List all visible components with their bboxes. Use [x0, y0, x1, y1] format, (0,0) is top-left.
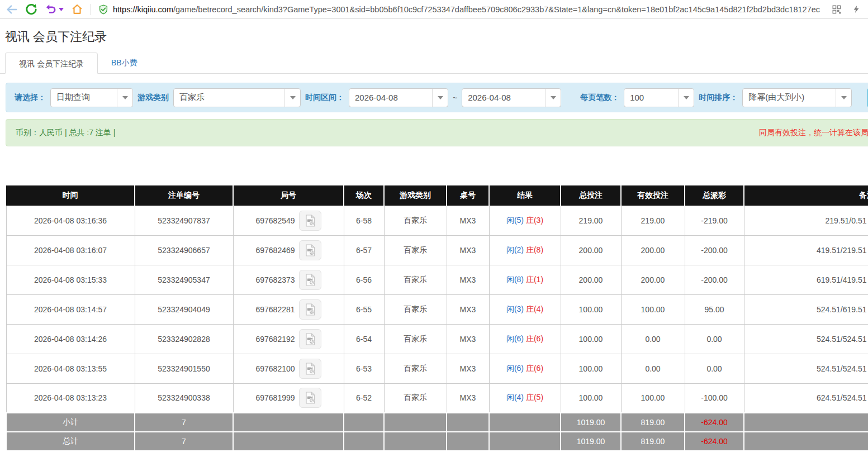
undo-caret-icon[interactable]	[59, 8, 64, 11]
cell-game-type: 百家乐	[384, 265, 447, 294]
home-icon[interactable]	[71, 3, 83, 16]
per-page-value: 100	[624, 89, 678, 107]
table-row: 2026-04-08 03:13:55 523324901550 6976821…	[6, 354, 868, 383]
chevron-down-icon[interactable]	[117, 89, 132, 107]
lightning-icon[interactable]	[850, 3, 862, 16]
total-payout: -624.00	[685, 432, 744, 451]
table-row: 2026-04-08 03:15:33 523324905347 6976823…	[6, 265, 868, 294]
chevron-down-icon[interactable]	[432, 89, 448, 107]
cell-total-bet: 100.00	[561, 294, 621, 324]
query-mode-select[interactable]: 日期查询	[50, 88, 133, 107]
header-bet-id: 注单编号	[135, 185, 233, 206]
summary-notice: 同局有效投注，统一计算在该局	[759, 128, 868, 138]
total-valid-bet: 819.00	[621, 432, 685, 451]
cell-result: 闲(5) 庄(3)	[489, 206, 561, 235]
cell-game-type: 百家乐	[384, 294, 447, 324]
security-shield-icon[interactable]	[98, 4, 108, 15]
video-replay-button[interactable]	[299, 329, 321, 349]
cell-session: 6-53	[344, 354, 384, 383]
cell-remark: 524.51/524.51	[744, 354, 868, 383]
header-session: 场次	[344, 185, 384, 206]
summary-bar: 币别：人民币 | 总共 :7 注单 | 同局有效投注，统一计算在该局	[6, 119, 868, 146]
qr-code-icon[interactable]	[831, 3, 843, 16]
per-page-select[interactable]: 100	[624, 88, 694, 107]
url-scheme: https://	[113, 5, 137, 14]
tab-bet-records[interactable]: 视讯 会员下注纪录	[5, 53, 98, 74]
cell-round: 697682373	[233, 265, 344, 294]
cell-valid-bet: 219.00	[621, 206, 685, 235]
cell-table-no: MX3	[447, 383, 489, 413]
table-header-row: 时间 注单编号 局号 场次 游戏类别 桌号 结果 总投注 有效投注 总派彩 备注	[6, 185, 868, 206]
result-player: 闲(6)	[506, 334, 524, 343]
cell-time: 2026-04-08 03:15:33	[6, 265, 135, 294]
cell-bet-id: 523324901550	[135, 354, 233, 383]
cell-game-type: 百家乐	[384, 206, 447, 235]
sort-select[interactable]: 降幂(由大到小)	[742, 88, 852, 107]
total-total-bet: 1019.00	[561, 432, 621, 451]
cell-payout: -100.00	[685, 383, 744, 413]
chevron-down-icon[interactable]	[836, 89, 851, 107]
cell-valid-bet: 0.00	[621, 324, 685, 354]
address-bar[interactable]: https://kiqiiu.com/game/betrecord_search…	[98, 4, 823, 15]
cell-payout: 0.00	[685, 354, 744, 383]
cell-table-no: MX3	[447, 354, 489, 383]
video-file-icon	[303, 244, 317, 257]
video-replay-button[interactable]	[299, 270, 321, 290]
result-banker: 庄(1)	[526, 275, 543, 284]
date-from-select[interactable]: 2026-04-08	[349, 88, 448, 107]
video-replay-button[interactable]	[299, 388, 321, 408]
cell-payout: -219.00	[685, 206, 744, 235]
subtotal-total-bet: 1019.00	[561, 413, 621, 432]
video-replay-button[interactable]	[299, 240, 321, 260]
video-replay-button[interactable]	[299, 359, 321, 379]
video-file-icon	[303, 362, 317, 375]
result-player: 闲(4)	[506, 393, 524, 402]
header-payout: 总派彩	[685, 185, 744, 206]
video-replay-button[interactable]	[299, 211, 321, 231]
header-remark: 备注	[744, 185, 868, 206]
table-row: 2026-04-08 03:14:26 523324902828 6976821…	[6, 324, 868, 354]
undo-icon[interactable]	[45, 3, 57, 16]
summary-currency-count: 币别：人民币 | 总共 :7 注单 |	[16, 128, 115, 138]
tab-bb-tip[interactable]: BB小费	[98, 52, 151, 73]
url-text[interactable]: https://kiqiiu.com/game/betrecord_search…	[113, 5, 820, 14]
chevron-down-icon[interactable]	[678, 89, 694, 107]
date-from-value: 2026-04-08	[349, 89, 432, 107]
table-row: 2026-04-08 03:16:36 523324907837 6976825…	[6, 206, 868, 235]
cell-result: 闲(3) 庄(4)	[489, 294, 561, 324]
cell-time: 2026-04-08 03:13:55	[6, 354, 135, 383]
game-type-select[interactable]: 百家乐	[173, 88, 301, 107]
cell-round: 697682192	[233, 324, 344, 354]
refresh-icon[interactable]	[25, 3, 37, 16]
query-mode-value: 日期查询	[51, 89, 117, 107]
subtotal-label: 小计	[6, 413, 135, 432]
cell-payout: -200.00	[685, 235, 744, 265]
round-number: 697682100	[255, 364, 295, 373]
round-number: 697681999	[255, 393, 295, 402]
header-game-type: 游戏类别	[384, 185, 447, 206]
cell-result: 闲(6) 庄(6)	[489, 354, 561, 383]
bet-records-table: 时间 注单编号 局号 场次 游戏类别 桌号 结果 总投注 有效投注 总派彩 备注…	[6, 185, 868, 451]
date-to-select[interactable]: 2026-04-08	[462, 88, 561, 107]
cell-time: 2026-04-08 03:13:23	[6, 383, 135, 413]
header-time: 时间	[6, 185, 135, 206]
browser-toolbar: https://kiqiiu.com/game/betrecord_search…	[0, 0, 868, 19]
cell-total-bet: 200.00	[561, 235, 621, 265]
sort-label: 时间排序：	[699, 93, 738, 103]
result-banker: 庄(6)	[526, 364, 543, 373]
video-file-icon	[303, 214, 317, 227]
video-replay-button[interactable]	[299, 299, 321, 320]
chevron-down-icon[interactable]	[545, 89, 561, 107]
result-banker: 庄(3)	[526, 216, 543, 225]
tab-bar: 视讯 会员下注纪录 BB小费	[0, 52, 868, 74]
chevron-down-icon[interactable]	[284, 89, 300, 107]
cell-remark: 619.51/419.51	[744, 265, 868, 294]
header-round: 局号	[233, 185, 344, 206]
cell-table-no: MX3	[447, 294, 489, 324]
result-player: 闲(6)	[506, 364, 524, 373]
undo-dropdown[interactable]	[45, 3, 64, 16]
back-icon[interactable]	[6, 3, 18, 16]
result-player: 闲(5)	[506, 216, 524, 225]
video-file-icon	[303, 391, 317, 404]
cell-session: 6-58	[344, 206, 384, 235]
